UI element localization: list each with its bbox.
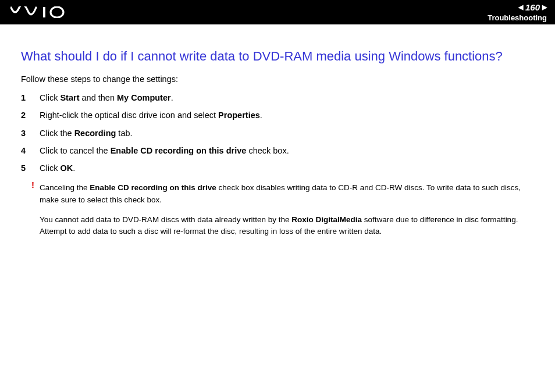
intro-text: Follow these steps to change the setting…	[21, 74, 534, 84]
step-number: 2	[21, 109, 40, 121]
warning-paragraph: You cannot add data to DVD-RAM discs wit…	[40, 214, 534, 238]
content: What should I do if I cannot write data …	[0, 24, 555, 237]
page-nav: ◀ 160 ▶	[518, 2, 547, 12]
warning-icon: !	[31, 180, 34, 190]
vaio-logo	[10, 6, 69, 18]
page-title: What should I do if I cannot write data …	[21, 49, 534, 64]
step-item: 3 Click the Recording tab.	[21, 127, 534, 139]
step-number: 4	[21, 145, 40, 156]
step-text: Click the Recording tab.	[40, 127, 133, 139]
step-text: Click OK.	[40, 162, 75, 174]
warning-block: ! Canceling the Enable CD recording on t…	[21, 182, 534, 237]
step-text: Click to cancel the Enable CD recording …	[40, 145, 289, 156]
steps-list: 1 Click Start and then My Computer. 2 Ri…	[21, 92, 534, 174]
section-label: Troubleshooting	[488, 13, 547, 22]
nav-next-icon[interactable]: ▶	[542, 4, 547, 10]
header-right: ◀ 160 ▶ Troubleshooting	[488, 2, 547, 22]
step-number: 5	[21, 162, 40, 174]
svg-rect-0	[43, 7, 45, 17]
page-number: 160	[525, 2, 540, 12]
warning-paragraph: Canceling the Enable CD recording on thi…	[40, 182, 534, 206]
svg-point-1	[51, 7, 63, 17]
header-bar: ◀ 160 ▶ Troubleshooting	[0, 0, 555, 24]
step-item: 4 Click to cancel the Enable CD recordin…	[21, 145, 534, 156]
step-item: 5 Click OK.	[21, 162, 534, 174]
step-number: 3	[21, 127, 40, 139]
step-item: 1 Click Start and then My Computer.	[21, 92, 534, 104]
nav-prev-icon[interactable]: ◀	[518, 4, 523, 10]
step-text: Click Start and then My Computer.	[40, 92, 173, 104]
step-text: Right-click the optical disc drive icon …	[40, 109, 262, 121]
step-number: 1	[21, 92, 40, 104]
step-item: 2 Right-click the optical disc drive ico…	[21, 109, 534, 121]
